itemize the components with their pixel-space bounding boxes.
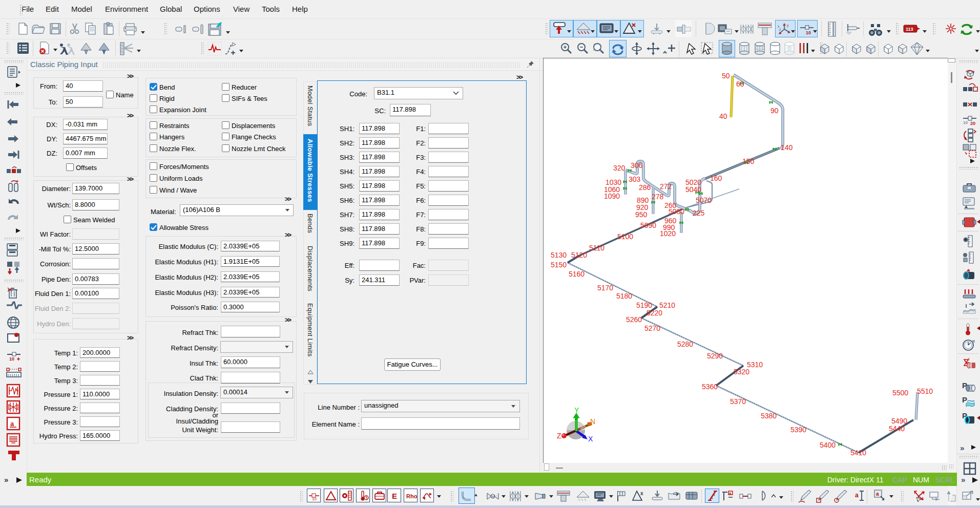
svg-text:5360: 5360: [702, 383, 718, 391]
svg-text:5290: 5290: [707, 352, 723, 360]
svg-text:Rho: Rho: [406, 493, 418, 499]
svg-text:10: 10: [312, 497, 317, 501]
svg-text:1090: 1090: [604, 192, 620, 200]
svg-text:5400: 5400: [820, 441, 836, 449]
svg-text:N: N: [590, 417, 595, 426]
svg-text:272: 272: [660, 182, 672, 190]
svg-text:M: M: [491, 494, 495, 499]
svg-text:150: 150: [742, 157, 755, 165]
svg-text:20: 20: [970, 121, 975, 126]
svg-text:5150: 5150: [551, 261, 567, 269]
svg-text:5120: 5120: [571, 251, 587, 259]
svg-text:303: 303: [629, 175, 641, 183]
svg-text:P: P: [962, 395, 967, 404]
svg-text:5160: 5160: [569, 270, 585, 278]
svg-text:5100: 5100: [617, 232, 633, 241]
svg-text:!: !: [969, 269, 970, 272]
svg-text:5440: 5440: [889, 425, 905, 433]
svg-text:40: 40: [719, 112, 727, 120]
svg-text:60: 60: [736, 80, 744, 88]
svg-text:5220: 5220: [647, 309, 662, 317]
svg-text:278: 278: [652, 193, 664, 201]
svg-text:5130: 5130: [551, 251, 567, 259]
svg-text:10: 10: [963, 120, 968, 125]
svg-text:Z: Z: [557, 432, 561, 440]
svg-text:5500: 5500: [892, 389, 908, 397]
svg-text:x: x: [640, 491, 643, 496]
svg-text:260: 260: [664, 201, 677, 209]
svg-text:5110: 5110: [589, 244, 604, 252]
svg-text:5070: 5070: [696, 196, 712, 204]
svg-text:160: 160: [710, 174, 722, 182]
svg-text:a: a: [729, 491, 732, 496]
svg-text:5090: 5090: [640, 221, 656, 229]
svg-text:5270: 5270: [644, 324, 660, 332]
svg-text:!: !: [968, 357, 970, 362]
svg-text:90: 90: [770, 107, 779, 115]
svg-text:5390: 5390: [790, 426, 806, 434]
svg-text:5510: 5510: [917, 387, 933, 395]
svg-text:5170: 5170: [597, 284, 613, 292]
svg-text:E: E: [392, 492, 397, 500]
svg-text:50: 50: [722, 72, 730, 80]
svg-text:a: a: [876, 491, 879, 497]
svg-text:5370: 5370: [730, 397, 746, 406]
svg-text:5320: 5320: [734, 368, 749, 376]
svg-text:140: 140: [781, 143, 793, 152]
svg-text:5210: 5210: [659, 301, 675, 309]
svg-text:5180: 5180: [616, 292, 632, 300]
svg-text:225: 225: [693, 209, 705, 217]
svg-text:950: 950: [635, 210, 648, 219]
svg-text:a: a: [855, 492, 859, 499]
svg-text:320: 320: [613, 164, 625, 172]
svg-text:5260: 5260: [626, 315, 642, 324]
svg-text:Y: Y: [574, 406, 579, 414]
svg-text:5280: 5280: [677, 340, 693, 348]
svg-text:5380: 5380: [761, 412, 777, 420]
svg-text:1020: 1020: [660, 229, 676, 238]
svg-text:X: X: [588, 435, 593, 443]
svg-text:286: 286: [639, 183, 651, 192]
svg-text:5040: 5040: [685, 185, 701, 194]
svg-text:5490: 5490: [891, 417, 907, 425]
svg-text:5190: 5190: [636, 301, 652, 309]
svg-text:5410: 5410: [850, 449, 866, 457]
svg-text:306: 306: [631, 161, 643, 170]
